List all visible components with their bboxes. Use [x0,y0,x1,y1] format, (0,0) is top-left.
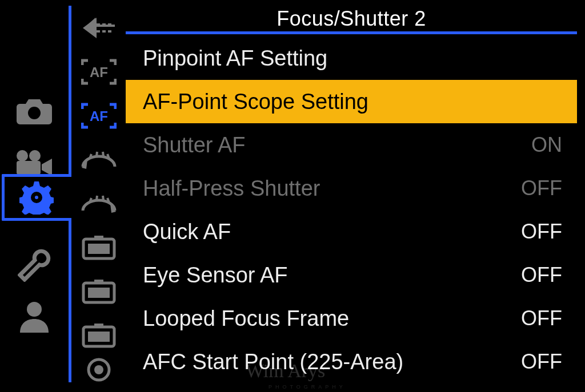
primary-tab-selected-frame [2,174,69,221]
subtab-af-2[interactable]: AF [71,94,126,138]
settings-list: Pinpoint AF Setting AF-Point Scope Setti… [126,37,577,383]
row-value: OFF [521,263,562,287]
lcd3-icon [82,322,116,349]
row-af-point-scope[interactable]: AF-Point Scope Setting [126,80,577,123]
row-value: OFF [521,176,562,200]
lcd2-icon [82,278,116,305]
page-title: Focus/Shutter 2 [126,6,577,34]
svg-point-4 [27,302,42,317]
secondary-tab-bar: AF AF [69,6,126,382]
page-title-text: Focus/Shutter 2 [277,7,426,31]
lens-icon [86,357,111,382]
tab-photo[interactable] [0,86,69,137]
svg-rect-14 [94,236,103,240]
tab-mymenu[interactable] [0,291,69,342]
svg-text:AF: AF [90,64,108,80]
svg-rect-3 [17,161,41,175]
subtab-monitor-2[interactable] [71,269,126,313]
camera-icon [17,98,52,124]
row-label: Looped Focus Frame [143,306,349,331]
row-label: Half-Press Shutter [143,176,320,201]
row-eye-sensor-af[interactable]: Eye Sensor AF OFF [126,253,577,297]
svg-rect-10 [108,30,111,33]
watermark-sub: PHOTOGRAPHY [269,384,346,390]
svg-rect-7 [108,23,111,26]
svg-point-2 [29,150,41,161]
row-looped-focus-frame[interactable]: Looped Focus Frame OFF [126,297,577,340]
af-gray-icon: AF [81,58,117,86]
video-icon [15,149,53,176]
camera-menu-screen: AF AF Focus/Shutter 2 Pinpoint AF Settin… [0,0,585,392]
subtab-monitor-1[interactable] [71,225,126,269]
svg-text:AF: AF [90,108,108,124]
gear-icon [19,180,54,215]
svg-point-1 [17,150,28,161]
back-icon [83,17,115,39]
svg-rect-15 [88,244,110,254]
row-pinpoint-af[interactable]: Pinpoint AF Setting [126,37,577,80]
svg-rect-20 [94,324,103,328]
row-label: AFC Start Point (225-Area) [143,350,403,374]
af-blue-icon: AF [81,102,117,130]
wrench-icon [18,249,51,282]
user-icon [19,301,50,333]
subtab-lens[interactable] [71,357,126,382]
row-value: OFF [521,220,562,244]
row-label: AF-Point Scope Setting [143,90,368,114]
svg-point-23 [94,365,103,374]
dial-back-icon [79,147,118,172]
subtab-monitor-3[interactable] [71,313,126,357]
tab-setup[interactable] [0,240,69,291]
svg-rect-17 [94,280,103,284]
svg-point-0 [28,107,41,119]
lcd1-icon [82,235,116,261]
row-afc-start-point[interactable]: AFC Start Point (225-Area) OFF [126,340,577,383]
subtab-back[interactable] [71,6,126,50]
row-shutter-af: Shutter AF ON [126,123,577,167]
row-value: OFF [521,350,562,374]
svg-rect-18 [88,288,110,298]
row-half-press-shutter: Half-Press Shutter OFF [126,167,577,210]
row-value: ON [531,133,562,157]
subtab-dial-1[interactable] [71,138,126,181]
dial-forward-icon [79,191,118,216]
row-label: Pinpoint AF Setting [143,46,327,71]
row-label: Eye Sensor AF [143,263,287,288]
svg-rect-6 [102,23,106,26]
row-quick-af[interactable]: Quick AF OFF [126,210,577,253]
row-value: OFF [521,306,562,330]
svg-rect-5 [97,23,100,26]
svg-rect-9 [102,30,106,33]
row-label: Quick AF [143,220,231,244]
subtab-af-1[interactable]: AF [71,50,126,94]
svg-rect-8 [97,30,100,33]
row-label: Shutter AF [143,133,246,157]
svg-rect-21 [88,332,110,342]
subtab-dial-2[interactable] [71,181,126,225]
